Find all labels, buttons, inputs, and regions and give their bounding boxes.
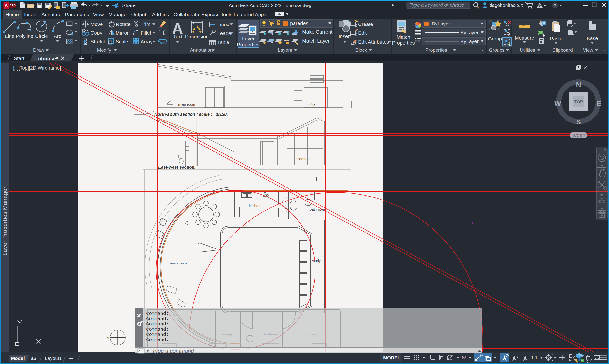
svg-text:Type a command: Type a command xyxy=(152,348,194,354)
